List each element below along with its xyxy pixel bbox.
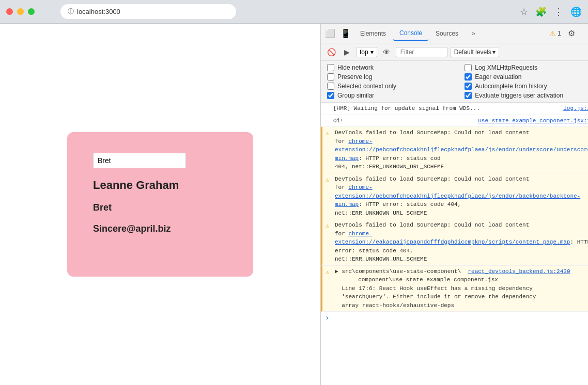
security-icon: ⓘ xyxy=(68,7,74,16)
hide-network-checkbox-row[interactable]: Hide network xyxy=(327,64,454,71)
log-source[interactable]: use-state-example-component.jsx:10 xyxy=(478,117,588,125)
tab-elements[interactable]: Elements xyxy=(354,27,392,40)
log-text: DevTools failed to load SourceMap: Could… xyxy=(335,130,588,170)
tab-console[interactable]: Console xyxy=(393,26,428,41)
preserve-log-label: Preserve log xyxy=(337,73,372,81)
user-name: Leanne Graham xyxy=(93,179,227,192)
pink-card: Leanne Graham Bret Sincere@april.biz xyxy=(67,132,253,277)
log-text: Oi! xyxy=(333,118,344,124)
selected-context-label: Selected context only xyxy=(337,83,396,90)
log-entry-warning: ⚠ DevTools failed to load SourceMap: Cou… xyxy=(321,173,588,220)
source-map-link[interactable]: chrome-extension://pebcmofchocakhnljflec… xyxy=(335,138,588,162)
page-content: Leanne Graham Bret Sincere@april.biz xyxy=(0,24,320,385)
log-xhr-checkbox-row[interactable]: Log XMLHttpRequests xyxy=(465,64,588,71)
log-xhr-label: Log XMLHttpRequests xyxy=(475,64,537,71)
selected-context-checkbox-row[interactable]: Selected context only xyxy=(327,83,454,90)
warning-triangle-icon: ⚠ xyxy=(326,268,329,277)
address-bar[interactable]: ⓘ localhost:3000 xyxy=(60,4,236,19)
extensions-icon[interactable]: 🧩 xyxy=(535,6,547,18)
autocomplete-label: Autocomplete from history xyxy=(475,83,547,90)
console-prompt[interactable]: › xyxy=(321,312,588,324)
eager-eval-checkbox-row[interactable]: Eager evaluation xyxy=(465,73,588,81)
default-levels-label: Default levels xyxy=(454,49,491,56)
eager-eval-checkbox[interactable] xyxy=(465,73,472,81)
warning-badge[interactable]: ⚠ 1 xyxy=(549,29,561,38)
eager-eval-label: Eager evaluation xyxy=(475,73,521,81)
preserve-log-checkbox[interactable] xyxy=(327,73,334,81)
maximize-button[interactable] xyxy=(28,8,35,15)
console-toolbar: 🚫 ▶ top ▾ 👁 Default levels ▾ xyxy=(321,43,588,61)
minimize-button[interactable] xyxy=(17,8,24,15)
prompt-arrow-icon: › xyxy=(325,314,329,322)
devtools-source-link[interactable]: react_devtools_backend.js:2430 xyxy=(468,268,570,275)
log-entry-warning: ⚠ DevTools failed to load SourceMap: Cou… xyxy=(321,219,588,266)
device-toolbar-icon[interactable]: 📱 xyxy=(338,26,353,41)
selected-context-checkbox[interactable] xyxy=(327,83,334,90)
source-map-link[interactable]: chrome-extension://pebcmofchocakhnljflec… xyxy=(335,184,580,207)
log-entry: log.js:24 [HMR] Waiting for update signa… xyxy=(321,103,588,115)
log-text: DevTools failed to load SourceMap: Could… xyxy=(335,222,588,262)
log-text: DevTools failed to load SourceMap: Could… xyxy=(335,176,580,216)
log-entry: use-state-example-component.jsx:10 Oi! xyxy=(321,115,588,127)
user-username: Bret xyxy=(93,202,227,213)
context-select[interactable]: top ▾ xyxy=(356,47,377,57)
filter-toggle-icon[interactable]: ▶ xyxy=(341,46,353,58)
warning-count: 1 xyxy=(558,30,561,37)
console-settings: Hide network Log XMLHttpRequests Preserv… xyxy=(321,61,588,103)
group-similar-checkbox[interactable] xyxy=(327,92,334,99)
tab-more[interactable]: » xyxy=(466,27,482,40)
tab-sources[interactable]: Sources xyxy=(429,27,465,40)
source-map-link[interactable]: chrome-extension://eakacpaijcpapndcfffdg… xyxy=(335,231,570,246)
chevron-down-icon: ▾ xyxy=(492,49,496,56)
evaluate-triggers-checkbox[interactable] xyxy=(465,92,472,99)
profile-icon[interactable]: 🌐 xyxy=(570,6,582,18)
warning-icon: ⚠ xyxy=(549,29,556,38)
user-email: Sincere@april.biz xyxy=(93,223,227,234)
evaluate-triggers-label: Evaluate triggers user activation xyxy=(475,92,563,99)
evaluate-triggers-checkbox-row[interactable]: Evaluate triggers user activation xyxy=(465,92,588,99)
log-source[interactable]: log.js:24 xyxy=(563,104,588,113)
chevron-down-icon: ▾ xyxy=(370,49,374,56)
bookmark-icon[interactable]: ☆ xyxy=(520,6,528,18)
eye-icon[interactable]: 👁 xyxy=(380,46,393,58)
hide-network-label: Hide network xyxy=(337,64,374,71)
autocomplete-checkbox-row[interactable]: Autocomplete from history xyxy=(465,83,588,90)
default-levels-select[interactable]: Default levels ▾ xyxy=(451,47,499,57)
log-entry-warning: ⚠ DevTools failed to load SourceMap: Cou… xyxy=(321,127,588,173)
group-similar-label: Group similar xyxy=(337,92,374,99)
log-indent: component\use-state-example-component.js… xyxy=(335,277,536,309)
warning-triangle-icon: ⚠ xyxy=(326,129,329,138)
more-options-icon[interactable]: ⋮ xyxy=(582,26,588,41)
console-log[interactable]: log.js:24 [HMR] Waiting for update signa… xyxy=(321,103,588,385)
filter-input[interactable] xyxy=(396,47,447,57)
search-input-wrapper xyxy=(93,153,227,168)
close-button[interactable] xyxy=(6,8,13,15)
main-layout: Leanne Graham Bret Sincere@april.biz ⬜ 📱… xyxy=(0,24,588,385)
browser-chrome: ⓘ localhost:3000 ☆ 🧩 ⋮ 🌐 xyxy=(0,0,588,24)
log-xhr-checkbox[interactable] xyxy=(465,64,472,71)
url-text: localhost:3000 xyxy=(77,8,120,15)
devtools-tab-bar: ⬜ 📱 Elements Console Sources » ⚠ 1 ⚙ ⋮ xyxy=(321,24,588,43)
context-value: top xyxy=(360,49,368,56)
log-text: [HMR] Waiting for update signal from WDS… xyxy=(333,105,480,111)
inspect-element-icon[interactable]: ⬜ xyxy=(323,26,337,41)
group-similar-checkbox-row[interactable]: Group similar xyxy=(327,92,454,99)
settings-icon[interactable]: ⚙ xyxy=(564,26,579,41)
hide-network-checkbox[interactable] xyxy=(327,64,334,71)
warning-triangle-icon: ⚠ xyxy=(326,221,329,231)
clear-console-icon[interactable]: 🚫 xyxy=(325,46,337,58)
devtools-panel: ⬜ 📱 Elements Console Sources » ⚠ 1 ⚙ ⋮ 🚫… xyxy=(320,24,588,385)
warning-triangle-icon: ⚠ xyxy=(326,175,329,185)
log-entry-warning: ⚠ ▶ src\components\use-state-component\ … xyxy=(321,266,588,312)
log-text: ▶ src\components\use-state-component\ re… xyxy=(335,268,570,309)
preserve-log-checkbox-row[interactable]: Preserve log xyxy=(327,73,454,81)
menu-dots-icon[interactable]: ⋮ xyxy=(554,6,563,18)
search-input[interactable] xyxy=(93,153,186,168)
autocomplete-checkbox[interactable] xyxy=(465,83,472,90)
